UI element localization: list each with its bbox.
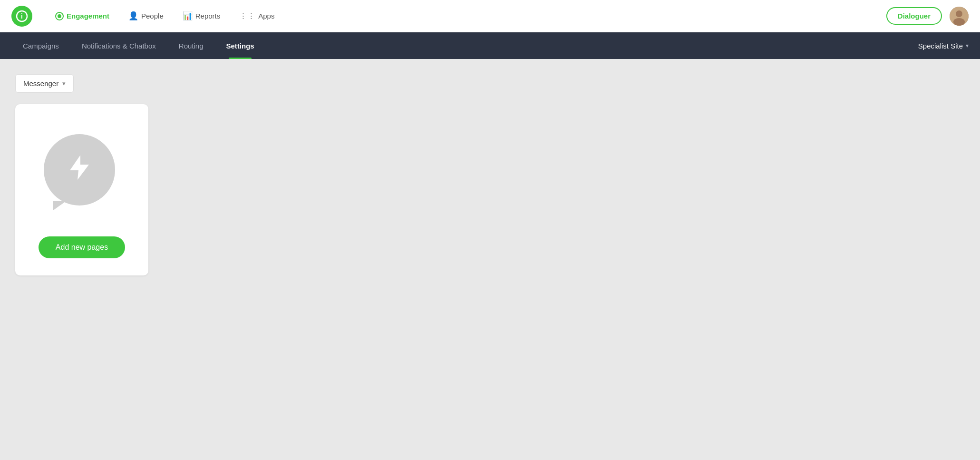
nav-people-label: People — [141, 12, 164, 20]
user-avatar — [950, 7, 969, 26]
site-selector[interactable]: Specialist Site ▾ — [918, 42, 969, 50]
svg-point-3 — [956, 10, 962, 17]
app-logo: i — [11, 6, 32, 27]
svg-point-4 — [953, 18, 965, 26]
messenger-icon-wrap — [44, 123, 120, 221]
add-pages-button[interactable]: Add new pages — [39, 236, 125, 258]
messenger-dropdown[interactable]: Messenger ▾ — [15, 74, 74, 93]
messenger-bolt-icon — [60, 148, 98, 191]
site-selector-label: Specialist Site — [918, 42, 963, 50]
messenger-card: Add new pages — [15, 104, 148, 275]
nav-reports-label: Reports — [195, 12, 221, 20]
sub-nav-links: Campaigns Notifications & Chatbox Routin… — [11, 32, 918, 59]
logo-area[interactable]: i — [11, 6, 32, 27]
sub-nav-notifications[interactable]: Notifications & Chatbox — [70, 32, 167, 59]
sub-nav-settings[interactable]: Settings — [215, 32, 266, 59]
nav-apps[interactable]: ⋮⋮ Apps — [232, 7, 282, 25]
chevron-down-icon: ▾ — [62, 80, 66, 87]
top-nav-right: Dialoguer — [886, 7, 969, 26]
svg-text:i: i — [21, 12, 23, 20]
main-content: Messenger ▾ Add new pages — [0, 59, 980, 460]
chevron-down-icon: ▾ — [966, 42, 969, 49]
messenger-dropdown-label: Messenger — [23, 79, 58, 88]
sub-nav-routing[interactable]: Routing — [167, 32, 215, 59]
messenger-icon — [44, 134, 120, 210]
reports-icon: 📊 — [183, 11, 193, 21]
sub-nav-campaigns[interactable]: Campaigns — [11, 32, 70, 59]
engagement-icon — [55, 12, 64, 20]
nav-links: Engagement 👤 People 📊 Reports ⋮⋮ Apps — [48, 7, 886, 25]
apps-icon: ⋮⋮ — [239, 11, 255, 21]
messenger-bubble — [44, 134, 115, 206]
nav-people[interactable]: 👤 People — [121, 7, 171, 25]
sub-nav: Campaigns Notifications & Chatbox Routin… — [0, 32, 980, 59]
people-icon: 👤 — [128, 11, 138, 21]
nav-engagement[interactable]: Engagement — [48, 8, 117, 24]
nav-engagement-label: Engagement — [67, 12, 109, 20]
avatar[interactable] — [950, 7, 969, 26]
nav-reports[interactable]: 📊 Reports — [175, 7, 228, 25]
dialoguer-button[interactable]: Dialoguer — [886, 7, 942, 25]
nav-apps-label: Apps — [258, 12, 274, 20]
top-nav: i Engagement 👤 People 📊 Reports ⋮⋮ Apps … — [0, 0, 980, 32]
